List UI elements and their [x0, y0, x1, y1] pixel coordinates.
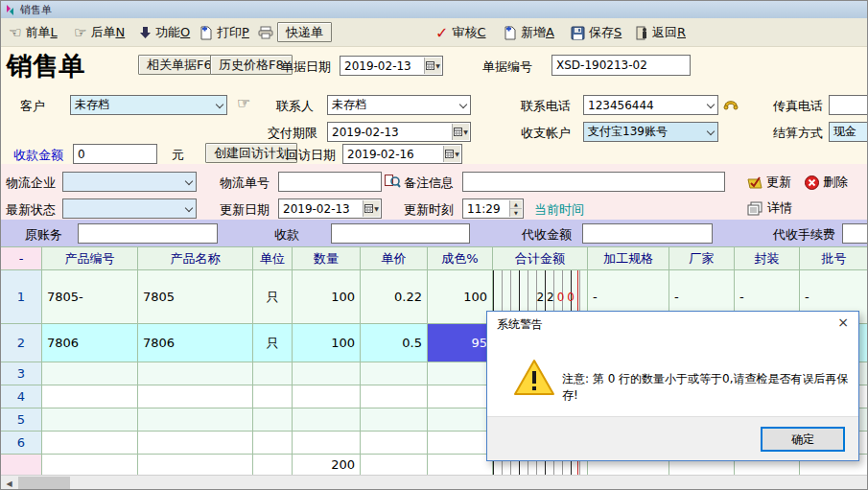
table-cell[interactable]	[361, 432, 428, 455]
related-docs-button[interactable]: 相关单据F6	[138, 55, 221, 75]
column-header[interactable]: 合计金额	[493, 247, 588, 270]
table-cell[interactable]	[253, 362, 293, 385]
received-amount-input[interactable]: 0	[73, 144, 157, 164]
column-header[interactable]: 单价	[361, 247, 428, 270]
agent-fee-input[interactable]	[842, 223, 868, 244]
orig-account-input[interactable]	[78, 223, 218, 244]
column-header[interactable]: 产品编号	[42, 247, 138, 270]
row-number[interactable]: 3	[1, 362, 42, 385]
table-cell[interactable]	[42, 362, 138, 385]
table-cell[interactable]: 7805	[138, 270, 253, 324]
settle-method-input[interactable]: 现金	[829, 122, 868, 142]
calendar-icon[interactable]: ▼	[452, 124, 469, 140]
customer-combo[interactable]: 未存档	[70, 95, 227, 115]
dial-phone-icon[interactable]	[722, 94, 741, 111]
express-sheet-button[interactable]: 快递单	[277, 22, 332, 42]
prev-order-button[interactable]: ☜ 前单L	[9, 22, 58, 43]
selected-cell[interactable]: 95	[428, 324, 493, 362]
column-header[interactable]: 封装	[735, 247, 800, 270]
waybill-search-icon[interactable]	[384, 173, 401, 189]
column-header[interactable]: 批号	[800, 247, 868, 270]
table-cell[interactable]	[293, 385, 361, 408]
fax-input[interactable]	[829, 95, 868, 115]
receive-input[interactable]	[331, 223, 470, 244]
horizontal-scrollbar[interactable]: ◀	[1, 475, 868, 490]
return-button[interactable]: 返回R	[636, 22, 686, 43]
table-cell[interactable]: 7806	[42, 324, 138, 362]
delete-logistics-button[interactable]: 删除	[805, 174, 848, 191]
table-cell[interactable]	[428, 385, 493, 408]
doc-date-input[interactable]: 2019-02-13 ▼	[340, 56, 443, 76]
functions-button[interactable]: 功能O	[139, 22, 190, 43]
table-cell[interactable]	[428, 362, 493, 385]
table-cell[interactable]	[293, 408, 361, 432]
history-price-button[interactable]: 历史价格F8	[210, 55, 293, 75]
table-cell[interactable]: 0.22	[361, 270, 428, 324]
row-number[interactable]: 4	[1, 385, 42, 408]
doc-no-input[interactable]: XSD-190213-02	[551, 55, 691, 76]
table-cell[interactable]	[138, 385, 253, 408]
deliver-date-input[interactable]: 2019-02-13 ▼	[327, 122, 471, 142]
scrollbar-thumb[interactable]	[18, 477, 70, 490]
table-cell[interactable]: 100	[428, 270, 493, 324]
audit-button[interactable]: ✓ 审核C	[435, 22, 485, 43]
calendar-icon[interactable]: ▼	[443, 146, 460, 162]
waybill-no-input[interactable]	[278, 172, 382, 192]
latest-status-combo[interactable]	[62, 198, 197, 219]
visit-date-input[interactable]: 2019-02-16 ▼	[342, 144, 462, 164]
column-header[interactable]: 产品名称	[138, 247, 253, 270]
table-cell[interactable]: 7806	[138, 324, 253, 362]
table-cell[interactable]	[293, 362, 361, 385]
table-cell[interactable]	[253, 385, 293, 408]
table-cell[interactable]	[293, 432, 361, 455]
current-time-link[interactable]: 当前时间	[534, 201, 584, 219]
time-spinner[interactable]: ▲ ▼	[509, 200, 522, 217]
table-cell[interactable]	[42, 385, 138, 408]
row-number[interactable]: 1	[1, 270, 42, 324]
add-new-button[interactable]: 新增A	[504, 22, 554, 43]
row-number[interactable]: 2	[1, 324, 42, 362]
phone-combo[interactable]: 123456444	[583, 95, 718, 115]
column-header[interactable]: 厂家	[669, 247, 735, 270]
create-visit-plan-button[interactable]: 创建回访计划	[205, 143, 297, 163]
table-cell[interactable]: 100	[293, 270, 361, 324]
table-cell[interactable]: 0.5	[361, 324, 428, 362]
detail-button[interactable]: 详情	[747, 199, 792, 217]
table-cell[interactable]	[361, 362, 428, 385]
contact-combo[interactable]: 未存档	[327, 95, 471, 115]
table-cell[interactable]	[428, 408, 493, 432]
column-header[interactable]: 成色%	[428, 247, 493, 270]
table-cell[interactable]	[361, 385, 428, 408]
update-time-stepper[interactable]: 11:29 ▲ ▼	[462, 198, 524, 219]
account-combo[interactable]: 支付宝139账号	[583, 122, 718, 142]
calendar-icon[interactable]: ▼	[424, 58, 441, 74]
column-header[interactable]: 单位	[253, 247, 293, 270]
calendar-icon[interactable]: ▼	[363, 200, 380, 217]
close-icon[interactable]: ×	[837, 315, 849, 330]
ok-button[interactable]: 确定	[761, 427, 845, 452]
update-date-input[interactable]: 2019-02-13 ▼	[278, 198, 382, 219]
print-button[interactable]: 打印P	[199, 22, 274, 43]
row-number[interactable]: 5	[1, 408, 42, 432]
received-amount-label[interactable]: 收款金额	[13, 147, 63, 164]
logistics-company-combo[interactable]	[62, 172, 197, 192]
column-header[interactable]: -	[1, 247, 42, 270]
table-cell[interactable]	[42, 408, 138, 432]
table-cell[interactable]: 100	[293, 324, 361, 362]
column-header[interactable]: 加工规格	[588, 247, 669, 270]
next-order-button[interactable]: ☞ 后单N	[74, 22, 125, 43]
scroll-left-icon[interactable]: ◀	[1, 476, 17, 490]
table-cell[interactable]: 只	[253, 324, 293, 362]
table-cell[interactable]	[428, 432, 493, 455]
row-number[interactable]: 6	[1, 432, 42, 455]
table-cell[interactable]	[138, 408, 253, 432]
table-cell[interactable]	[361, 408, 428, 432]
table-cell[interactable]	[42, 432, 138, 455]
agent-amount-input[interactable]	[582, 223, 713, 244]
pick-customer-hand-icon[interactable]: ☞	[237, 96, 250, 111]
column-header[interactable]: 数量	[293, 247, 361, 270]
note-input[interactable]	[462, 172, 725, 192]
table-cell[interactable]	[138, 432, 253, 455]
table-cell[interactable]	[253, 408, 293, 432]
table-cell[interactable]	[253, 432, 293, 455]
